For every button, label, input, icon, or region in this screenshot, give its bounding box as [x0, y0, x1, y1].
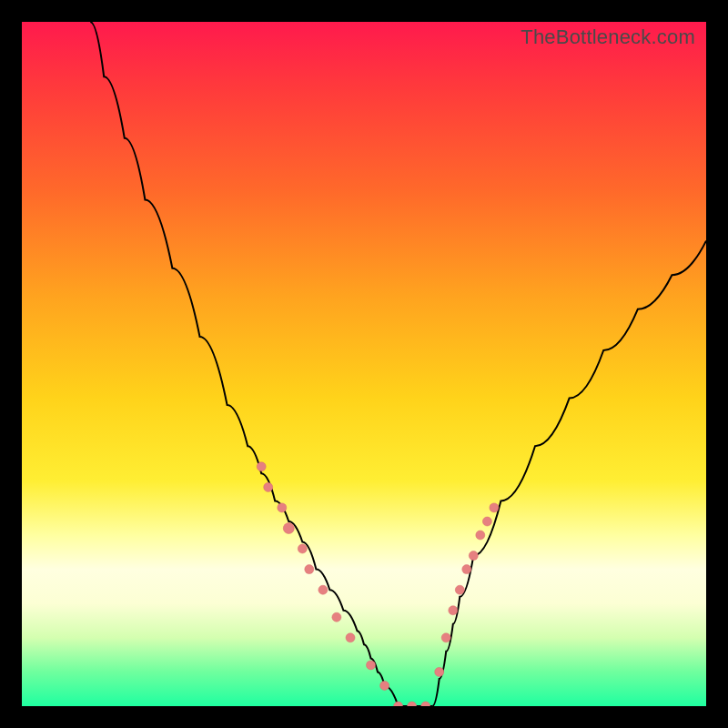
- data-dot: [394, 702, 403, 706]
- data-dot: [441, 633, 450, 642]
- data-dot: [462, 565, 471, 574]
- curve-right-branch: [432, 241, 706, 706]
- data-dot: [476, 531, 485, 540]
- plot-area: TheBottleneck.com: [22, 22, 706, 706]
- data-dot: [469, 551, 478, 561]
- curve-left-branch: [90, 22, 398, 706]
- data-dot: [421, 702, 430, 706]
- data-dot: [264, 482, 273, 491]
- data-dot: [278, 503, 287, 512]
- data-dot: [380, 681, 389, 690]
- data-dot: [346, 633, 355, 642]
- chart-svg: [22, 22, 706, 706]
- data-dot: [490, 503, 499, 512]
- data-dot: [455, 585, 464, 594]
- data-dot: [482, 517, 491, 526]
- data-dot: [318, 585, 328, 594]
- chart-frame: TheBottleneck.com: [0, 0, 728, 728]
- data-dot: [305, 565, 314, 574]
- curve-lines: [90, 22, 706, 706]
- data-dot: [283, 523, 294, 534]
- data-dot: [367, 661, 376, 670]
- data-dot: [449, 606, 458, 615]
- data-dot: [332, 612, 341, 622]
- data-dot: [408, 702, 417, 706]
- data-dot: [257, 462, 266, 471]
- data-dot: [298, 544, 307, 553]
- data-dot: [435, 667, 444, 676]
